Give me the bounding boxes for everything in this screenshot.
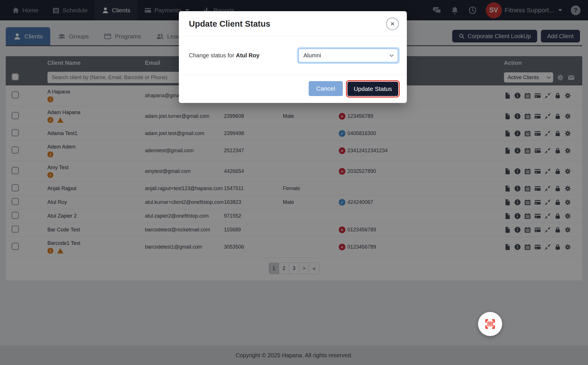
- modal-footer: Cancel Update Status: [179, 75, 407, 103]
- modal-title: Update Client Status: [189, 19, 270, 29]
- status-select[interactable]: Alumni: [298, 48, 398, 63]
- update-status-button[interactable]: Update Status: [347, 81, 399, 97]
- barcode-scan-icon: [484, 318, 496, 330]
- status-client-name: Atul Roy: [236, 52, 259, 58]
- modal-body: Change status for Atul Roy Alumni: [179, 36, 407, 75]
- update-client-status-modal: Update Client Status × Change status for…: [179, 11, 407, 103]
- status-label-prefix: Change status for: [189, 52, 234, 58]
- chevron-down-icon: [390, 52, 394, 56]
- status-label: Change status for Atul Roy: [189, 52, 260, 59]
- cancel-button[interactable]: Cancel: [309, 81, 343, 96]
- modal-header: Update Client Status ×: [179, 11, 407, 36]
- status-select-value: Alumni: [303, 52, 321, 59]
- close-icon[interactable]: ×: [386, 17, 399, 30]
- barcode-scan-fab[interactable]: [478, 312, 502, 336]
